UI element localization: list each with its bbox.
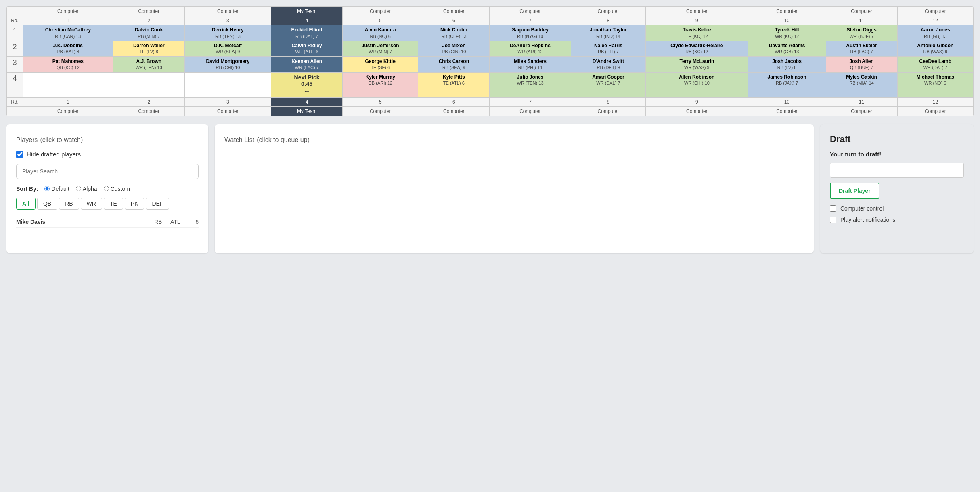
pick-r1-t6[interactable]: Nick ChubbRB (CLE) 13: [418, 25, 490, 41]
draft-player-button[interactable]: Draft Player: [830, 183, 879, 199]
pick-r2-t1[interactable]: J.K. DobbinsRB (BAL) 8: [23, 41, 113, 56]
draft-player-input[interactable]: [830, 163, 964, 178]
team-header-8: Computer: [571, 7, 646, 16]
pick-r4-t9[interactable]: Allen RobinsonWR (CHI) 10: [646, 72, 748, 97]
pick-r4-t1-empty: [23, 72, 113, 97]
pick-r1-t10[interactable]: Tyreek HillWR (KC) 12: [748, 25, 826, 41]
pick-r4-t12[interactable]: Michael ThomasWR (NO) 6: [897, 72, 973, 97]
pick-r3-t10[interactable]: Josh JacobsRB (LV) 8: [748, 56, 826, 72]
pick-r2-t3[interactable]: D.K. MetcalfWR (SEA) 9: [184, 41, 271, 56]
pick-r3-myteam[interactable]: Keenan AllenWR (LAC) 7: [271, 56, 343, 72]
pick-r2-t7[interactable]: DeAndre HopkinsWR (ARI) 12: [490, 41, 571, 56]
computer-control-checkbox[interactable]: [830, 205, 836, 212]
next-pick-timer: 0:45: [274, 81, 340, 87]
pick-r3-t5[interactable]: George KittleTE (SF) 6: [343, 56, 418, 72]
pick-r3-t11[interactable]: Josh AllenQB (BUF) 7: [826, 56, 897, 72]
pick-r3-t1[interactable]: Pat MahomesQB (KC) 12: [23, 56, 113, 72]
pos-pk-btn[interactable]: PK: [125, 198, 144, 210]
player-list-item[interactable]: Mike Davis RB ATL 6: [16, 216, 199, 228]
col-num-5: 5: [343, 16, 418, 25]
player-search-input[interactable]: [16, 164, 199, 179]
foot-col-num-12: 12: [897, 97, 973, 106]
pos-qb-btn[interactable]: QB: [37, 198, 57, 210]
sort-custom-option[interactable]: Custom: [104, 186, 130, 192]
foot-team-8: Computer: [571, 106, 646, 116]
players-title-main: Players: [16, 136, 38, 143]
pos-def-btn[interactable]: DEF: [146, 198, 169, 210]
pick-r3-t8[interactable]: D'Andre SwiftRB (DET) 9: [571, 56, 646, 72]
sort-default-radio[interactable]: [44, 186, 50, 191]
pick-r3-t2[interactable]: A.J. BrownWR (TEN) 13: [113, 56, 184, 72]
draft-turn-text: Your turn to draft!: [830, 151, 964, 158]
pick-r2-t2[interactable]: Darren WallerTE (LV) 8: [113, 41, 184, 56]
round-2-row: 2 J.K. DobbinsRB (BAL) 8 Darren WallerTE…: [7, 41, 974, 56]
pick-r4-t6[interactable]: Kyle PittsTE (ATL) 6: [418, 72, 490, 97]
pick-r4-t11[interactable]: Myles GaskinRB (MIA) 14: [826, 72, 897, 97]
pick-r2-myteam[interactable]: Calvin RidleyWR (ATL) 6: [271, 41, 343, 56]
pick-r3-t9[interactable]: Terry McLaurinWR (WAS) 9: [646, 56, 748, 72]
position-filter: All QB RB WR TE PK DEF: [16, 198, 199, 210]
pick-r2-t8[interactable]: Najee HarrisRB (PIT) 7: [571, 41, 646, 56]
col-num-2: 2: [113, 16, 184, 25]
pick-r1-myteam[interactable]: Ezekiel ElliottRB (DAL) 7: [271, 25, 343, 41]
team-header-11: Computer: [826, 7, 897, 16]
col-num-12: 12: [897, 16, 973, 25]
pos-te-btn[interactable]: TE: [104, 198, 123, 210]
pick-r3-t7[interactable]: Miles SandersRB (PHI) 14: [490, 56, 571, 72]
pick-r1-t1[interactable]: Christian McCaffreyRB (CAR) 13: [23, 25, 113, 41]
pick-r2-t5[interactable]: Justin JeffersonWR (MIN) 7: [343, 41, 418, 56]
pick-r2-t6[interactable]: Joe MixonRB (CIN) 10: [418, 41, 490, 56]
player-pos: RB: [154, 219, 170, 225]
foot-col-num-7: 7: [490, 97, 571, 106]
col-num-9: 9: [646, 16, 748, 25]
pick-r4-t10[interactable]: James RobinsonRB (JAX) 7: [748, 72, 826, 97]
pos-rb-btn[interactable]: RB: [59, 198, 79, 210]
corner-cell: [7, 7, 23, 16]
pick-r1-t12[interactable]: Aaron JonesRB (GB) 13: [897, 25, 973, 41]
col-num-6: 6: [418, 16, 490, 25]
col-num-11: 11: [826, 16, 897, 25]
sort-alpha-option[interactable]: Alpha: [76, 186, 97, 192]
pick-r3-t3[interactable]: David MontgomeryRB (CHI) 10: [184, 56, 271, 72]
pos-wr-btn[interactable]: WR: [81, 198, 102, 210]
round-4-label: 4: [7, 72, 23, 97]
pick-r2-t12[interactable]: Antonio GibsonRB (WAS) 9: [897, 41, 973, 56]
foot-team-myteam: My Team: [271, 106, 343, 116]
pick-r1-t9[interactable]: Travis KelceTE (KC) 12: [646, 25, 748, 41]
rd-label-top: Rd.: [7, 16, 23, 25]
sort-default-option[interactable]: Default: [44, 186, 69, 192]
pick-r4-t8[interactable]: Amari CooperWR (DAL) 7: [571, 72, 646, 97]
foot-team-12: Computer: [897, 106, 973, 116]
pick-r1-t7[interactable]: Saquon BarkleyRB (NYG) 10: [490, 25, 571, 41]
watchlist-title: Watch List (click to queue up): [224, 134, 804, 144]
sort-custom-radio[interactable]: [104, 186, 109, 191]
draft-board: Computer Computer Computer My Team Compu…: [6, 6, 974, 116]
round-1-label: 1: [7, 25, 23, 41]
pick-r1-t5[interactable]: Alvin KamaraRB (NO) 6: [343, 25, 418, 41]
pick-r4-t5[interactable]: Kyler MurrayQB (ARI) 12: [343, 72, 418, 97]
hide-drafted-checkbox[interactable]: [16, 151, 23, 158]
team-header-12: Computer: [897, 7, 973, 16]
play-alert-label: Play alert notifications: [840, 217, 895, 223]
pick-r1-t3[interactable]: Derrick HenryRB (TEN) 13: [184, 25, 271, 41]
pick-r3-t12[interactable]: CeeDee LambWR (DAL) 7: [897, 56, 973, 72]
play-alert-checkbox[interactable]: [830, 217, 836, 223]
player-name: Mike Davis: [16, 219, 154, 225]
pick-r1-t2[interactable]: Dalvin CookRB (MIN) 7: [113, 25, 184, 41]
pick-r2-t11[interactable]: Austin EkelerRB (LAC) 7: [826, 41, 897, 56]
team-header-myteam: My Team: [271, 7, 343, 16]
pos-all-btn[interactable]: All: [16, 198, 36, 210]
foot-team-6: Computer: [418, 106, 490, 116]
sort-alpha-radio[interactable]: [76, 186, 81, 191]
pick-r1-t8[interactable]: Jonathan TaylorRB (IND) 14: [571, 25, 646, 41]
rd-label-bottom: Rd.: [7, 97, 23, 106]
players-title-sub: (click to watch): [40, 136, 83, 143]
bottom-panels: Players (click to watch) Hide drafted pl…: [6, 124, 974, 253]
pick-r1-t11[interactable]: Stefon DiggsWR (BUF) 7: [826, 25, 897, 41]
pick-r2-t10[interactable]: Davante AdamsWR (GB) 13: [748, 41, 826, 56]
pick-r4-t7[interactable]: Julio JonesWR (TEN) 13: [490, 72, 571, 97]
col-num-10: 10: [748, 16, 826, 25]
team-header-6: Computer: [418, 7, 490, 16]
pick-r3-t6[interactable]: Chris CarsonRB (SEA) 9: [418, 56, 490, 72]
pick-r2-t9[interactable]: Clyde Edwards-HelaireRB (KC) 12: [646, 41, 748, 56]
